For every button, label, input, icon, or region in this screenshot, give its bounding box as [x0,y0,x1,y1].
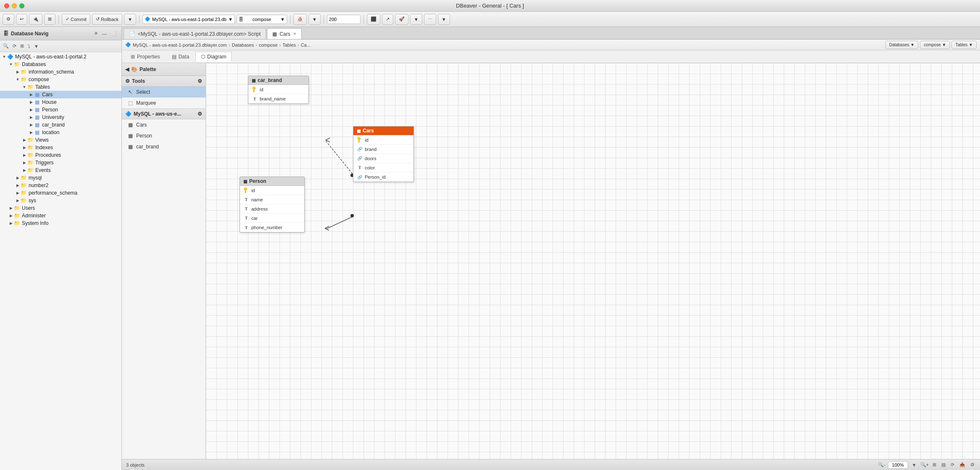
tree-item-events[interactable]: ▶ 📁 Events [0,166,121,174]
tree-item-number2[interactable]: ▶ 📁 number2 [0,182,121,189]
tree-arrow-tables[interactable]: ▼ [22,85,27,89]
palette-select-tool[interactable]: ↖ Select [122,87,205,98]
toolbar-arrow-btn[interactable]: ▼ [124,14,136,25]
panel-toolbar-btn-3[interactable]: ⊞ [19,43,25,49]
palette-table-person[interactable]: ▦ Person [122,130,205,141]
tree-arrow-person[interactable]: ▶ [29,108,34,112]
tree-item-perf-schema[interactable]: ▶ 📁 performance_schema [0,189,121,197]
toolbar-arrow-btn-4[interactable]: ▼ [438,14,450,25]
toolbar-icon-btn-2[interactable]: ↩ [16,14,27,25]
zoom-out-icon[interactable]: 🔍- [878,462,885,467]
tree-item-info-schema[interactable]: ▶ 📁 information_schema [0,68,121,76]
tree-item-triggers[interactable]: ▶ 📁 Triggers [0,159,121,166]
toolbar-icon-btn-8[interactable]: 🚀 [395,14,408,25]
tree-item-house[interactable]: ▶ ▦ House [0,98,121,106]
tree-item-system-info[interactable]: ▶ 📁 System Info [0,219,121,227]
tree-arrow-mysql-db[interactable]: ▶ [15,176,20,180]
tree-arrow-car-brand[interactable]: ▶ [29,123,34,127]
tree-arrow-administer[interactable]: ▶ [8,214,13,218]
tree-arrow-house[interactable]: ▶ [29,100,34,104]
tree-arrow-users[interactable]: ▶ [8,206,13,210]
tree-item-university[interactable]: ▶ ▦ University [0,114,121,121]
tree-item-car-brand[interactable]: ▶ ▦ car_brand [0,121,121,129]
tree-item-person[interactable]: ▶ ▦ Person [0,106,121,114]
status-settings-btn[interactable]: ⚙ [969,462,976,468]
toolbar-icon-btn-3[interactable]: 🔌 [29,14,42,25]
db-connection-dropdown[interactable]: 🔷 MySQL - aws-us-east-1-portal.23.db ▼ [142,15,235,24]
tree-arrow-perf-schema[interactable]: ▶ [15,191,20,195]
rollback-button[interactable]: ↺ Rollback [92,14,122,25]
breadcrumb-dropdown-2[interactable]: compose ▼ [920,41,950,49]
tree-arrow-databases[interactable]: ▼ [8,62,13,66]
sub-tab-diagram[interactable]: ⬡ Diagram [195,52,232,62]
status-layout-btn[interactable]: ▤ [940,462,947,468]
tree-arrow-compose[interactable]: ▼ [15,77,20,82]
sub-tab-properties[interactable]: ⊞ Properties [125,52,166,62]
toolbar-arrow-btn-2[interactable]: ▼ [308,14,321,25]
tree-item-sys[interactable]: ▶ 📁 sys [0,197,121,204]
tree-item-procedures[interactable]: ▶ 📁 Procedures [0,151,121,159]
tree-arrow-info[interactable]: ▶ [15,70,20,74]
tree-item-administer[interactable]: ▶ 📁 Administer [0,212,121,219]
tree-item-users[interactable]: ▶ 📁 Users [0,204,121,212]
er-table-cars[interactable]: ▦ Cars 🔑 id 🔗 brand 🔗 doors [353,126,414,182]
tree-arrow-system-info[interactable]: ▶ [8,221,13,225]
tree-arrow-cars[interactable]: ▶ [29,92,34,97]
db-settings-icon[interactable]: ⚙ [198,111,202,117]
commit-button[interactable]: ✓ Commit [62,14,90,25]
panel-toolbar-btn-2[interactable]: ⟳ [11,43,18,49]
toolbar-icon-btn-6[interactable]: ⬛ [367,14,380,25]
er-table-car-brand[interactable]: ▦ car_brand 🔑 id T brand_name [248,76,309,104]
tree-arrow-views[interactable]: ▶ [22,138,27,142]
tree-arrow-mysql[interactable]: ▼ [2,55,7,59]
er-table-person[interactable]: ▦ Person 🔑 id T name T address [240,177,305,232]
zoom-in-icon[interactable]: 🔍+ [920,462,929,467]
tree-item-indexes[interactable]: ▶ 📁 Indexes [0,144,121,151]
minimize-button[interactable] [12,3,17,8]
tree-item-cars[interactable]: ▶ ▦ Cars [0,91,121,98]
breadcrumb-dropdown-3[interactable]: Tables ▼ [951,41,977,49]
tools-section-header[interactable]: ⚙ Tools ⚙ [122,76,205,87]
tree-item-mysql[interactable]: ▶ 📁 mysql [0,174,121,182]
status-refresh-btn[interactable]: ⟳ [949,462,956,468]
tree-arrow-location[interactable]: ▶ [29,130,34,135]
panel-toolbar-btn-1[interactable]: 🔍 [2,43,10,49]
schema-dropdown[interactable]: 🗄 compose ▼ [237,15,287,24]
db-section-header[interactable]: 🔷 MySQL - aws-us-e... ⚙ [122,108,205,119]
tree-item-location[interactable]: ▶ ▦ location [0,129,121,136]
breadcrumb-dropdown-1[interactable]: Databases ▼ [885,41,918,49]
zoom-level-input[interactable] [888,461,908,469]
palette-table-cars[interactable]: ▦ Cars [122,119,205,130]
tree-arrow-procedures[interactable]: ▶ [22,153,27,157]
toolbar-icon-btn-7[interactable]: ↗ [382,14,393,25]
status-export-btn[interactable]: 📤 [958,462,967,468]
tree-arrow-indexes[interactable]: ▶ [22,145,27,150]
tree-item-databases[interactable]: ▼ 📁 Databases [0,61,121,68]
tab-close-icon[interactable]: ✕ [293,32,296,36]
back-arrow-icon[interactable]: ◀ [125,66,129,72]
tree-item-compose[interactable]: ▼ 📁 compose [0,76,121,83]
tools-settings-icon[interactable]: ⚙ [198,78,202,84]
sub-tab-data[interactable]: ▤ Data [166,52,195,62]
panel-minimize-btn[interactable]: — [101,30,108,37]
palette-marquee-tool[interactable]: ⬚ Marquee [122,98,205,108]
tree-arrow-number2[interactable]: ▶ [15,183,20,187]
maximize-button[interactable] [19,3,24,8]
tree-item-mysql-root[interactable]: ▼ 🔷 MySQL - aws-us-east-1-portal.2 [0,53,121,61]
panel-maximize-btn[interactable]: ⬜ [110,30,118,37]
tab-cars[interactable]: ▦ Cars ✕ [267,28,301,39]
tab-script[interactable]: 📄 <MySQL - aws-us-east-1-portal.23.dblay… [124,28,266,39]
panel-close-btn[interactable]: ✕ [93,30,99,37]
status-grid-btn[interactable]: ⊞ [931,462,938,468]
toolbar-icon-btn-9[interactable]: ⋯ [424,14,436,25]
tree-arrow-sys[interactable]: ▶ [15,198,20,203]
panel-toolbar-btn-4[interactable]: ⤵ [26,43,32,49]
toolbar-icon-btn-4[interactable]: ⊞ [44,14,55,25]
canvas-area[interactable]: ▦ car_brand 🔑 id T brand_name ▦ [206,63,980,459]
tree-arrow-triggers[interactable]: ▶ [22,161,27,165]
toolbar-arrow-btn-3[interactable]: ▼ [410,14,422,25]
palette-table-car-brand[interactable]: ▦ car_brand [122,141,205,152]
tree-arrow-university[interactable]: ▶ [29,115,34,119]
tree-item-views[interactable]: ▶ 📁 Views [0,136,121,144]
tree-item-tables[interactable]: ▼ 📁 Tables [0,83,121,91]
